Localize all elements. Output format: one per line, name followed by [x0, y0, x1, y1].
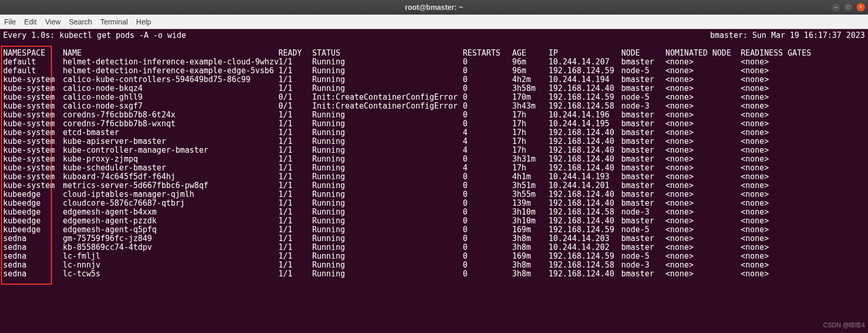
cell-gates: <none>: [741, 217, 824, 225]
cell-restarts: 0: [463, 261, 512, 270]
watermark: CSDN @嘻嘻4: [823, 321, 865, 330]
cell-status: Running: [312, 270, 463, 278]
cell-nominated: <none>: [665, 252, 741, 261]
cell-namespace: kubeedge: [3, 190, 63, 199]
cell-ip: 192.168.124.40: [549, 146, 621, 155]
cell-name: cloudcore-5876c76687-qtbrj: [63, 199, 278, 208]
table-row: defaulthelmet-detection-inference-exampl…: [3, 58, 865, 66]
cell-ip: 10.244.14.203: [549, 234, 621, 243]
cell-nominated: <none>: [665, 84, 741, 93]
cell-ip: 192.168.124.40: [549, 84, 621, 93]
menu-help[interactable]: Help: [136, 18, 151, 26]
cell-namespace: kube-system: [3, 102, 63, 111]
cell-node: node-5: [621, 252, 665, 261]
cell-age: 17h: [512, 119, 549, 128]
cell-namespace: kubeedge: [3, 217, 63, 225]
cell-node: bmaster: [621, 181, 665, 190]
cell-age: 4h2m: [512, 75, 549, 84]
cell-name: cloud-iptables-manager-qjmlh: [63, 190, 278, 199]
cell-ip: 10.244.14.202: [549, 243, 621, 252]
table-row: defaulthelmet-detection-inference-exampl…: [3, 66, 865, 75]
cell-age: 169m: [512, 252, 549, 261]
cell-namespace: kube-system: [3, 111, 63, 119]
cell-ip: 192.168.124.59: [549, 225, 621, 234]
cell-ready: 1/1: [278, 199, 312, 208]
cell-restarts: 0: [463, 111, 512, 119]
cell-name: lc-tcw5s: [63, 270, 278, 278]
cell-ip: 10.244.14.195: [549, 119, 621, 128]
table-row: kubeedgecloud-iptables-manager-qjmlh1/1R…: [3, 190, 865, 199]
cell-ready: 1/1: [278, 137, 312, 146]
table-row: sednalc-fmljl1/1Running0169m192.168.124.…: [3, 252, 865, 261]
cell-age: 3h8m: [512, 243, 549, 252]
menu-edit[interactable]: Edit: [24, 18, 37, 26]
cell-namespace: kube-system: [3, 181, 63, 190]
cell-name: calico-node-ghll9: [63, 93, 278, 102]
cell-status: Running: [312, 75, 463, 84]
cell-ready: 1/1: [278, 111, 312, 119]
cell-status: Running: [312, 84, 463, 93]
cell-age: 96m: [512, 58, 549, 66]
cell-namespace: sedna: [3, 270, 63, 278]
cell-name: calico-node-sxgf7: [63, 102, 278, 111]
cell-status: Running: [312, 234, 463, 243]
cell-node: bmaster: [621, 84, 665, 93]
cell-ip: 192.168.124.40: [549, 155, 621, 164]
cell-nominated: <none>: [665, 128, 741, 137]
cell-ready: 1/1: [278, 164, 312, 172]
cell-gates: <none>: [741, 243, 824, 252]
cell-namespace: sedna: [3, 252, 63, 261]
close-button[interactable]: ×: [857, 3, 865, 11]
cell-status: Init:CreateContainerConfigError: [312, 102, 463, 111]
cell-name: etcd-bmaster: [63, 128, 278, 137]
menu-view[interactable]: View: [45, 18, 61, 26]
cell-restarts: 0: [463, 208, 512, 217]
cell-ip: 192.168.124.59: [549, 66, 621, 75]
menu-terminal[interactable]: Terminal: [100, 18, 128, 26]
cell-node: bmaster: [621, 172, 665, 181]
cell-restarts: 0: [463, 243, 512, 252]
cell-ip: 192.168.124.40: [549, 217, 621, 225]
cell-age: 3h8m: [512, 234, 549, 243]
table-row: sednagm-75759f96fc-jz8491/1Running03h8m1…: [3, 234, 865, 243]
cell-namespace: sedna: [3, 261, 63, 270]
cell-nominated: <none>: [665, 172, 741, 181]
cell-namespace: kube-system: [3, 146, 63, 155]
table-row: sednakb-855869cc74-4tdpv1/1Running03h8m1…: [3, 243, 865, 252]
cell-name: kuboard-74c645f5df-f64hj: [63, 172, 278, 181]
cell-name: kube-proxy-zjmpq: [63, 155, 278, 164]
cell-age: 3h43m: [512, 102, 549, 111]
cell-ready: 1/1: [278, 261, 312, 270]
cell-age: 139m: [512, 199, 549, 208]
minimize-button[interactable]: –: [832, 3, 840, 11]
table-row: kube-systemkube-scheduler-bmaster1/1Runn…: [3, 164, 865, 172]
cell-node: bmaster: [621, 199, 665, 208]
cell-namespace: kube-system: [3, 155, 63, 164]
cell-node: node-3: [621, 261, 665, 270]
cell-age: 3h8m: [512, 261, 549, 270]
cell-status: Running: [312, 181, 463, 190]
cell-status: Init:CreateContainerConfigError: [312, 93, 463, 102]
cell-age: 3h10m: [512, 208, 549, 217]
menu-file[interactable]: File: [4, 18, 16, 26]
cell-restarts: 0: [463, 217, 512, 225]
cell-ip: 10.244.14.207: [549, 58, 621, 66]
cell-node: bmaster: [621, 58, 665, 66]
terminal-output[interactable]: Every 1.0s: kubectl get pods -A -o wide …: [0, 29, 868, 333]
table-header: NAMESPACE NAME READY STATUS RESTARTS AGE…: [3, 49, 865, 58]
cell-node: node-5: [621, 225, 665, 234]
cell-namespace: kube-system: [3, 128, 63, 137]
cell-status: Running: [312, 119, 463, 128]
cell-node: bmaster: [621, 119, 665, 128]
cell-restarts: 0: [463, 102, 512, 111]
cell-ip: 10.244.14.193: [549, 172, 621, 181]
cell-ip: 192.168.124.40: [549, 199, 621, 208]
cell-namespace: kubeedge: [3, 208, 63, 217]
table-row: kube-systemcalico-node-bkqz41/1Running03…: [3, 84, 865, 93]
maximize-button[interactable]: □: [844, 3, 852, 11]
blank-line: [3, 40, 865, 49]
watch-header: Every 1.0s: kubectl get pods -A -o wide …: [3, 31, 865, 40]
menu-search[interactable]: Search: [69, 18, 92, 26]
window-title: root@bmaster: ~: [405, 3, 463, 11]
table-row: kubeedgeedgemesh-agent-pzzdk1/1Running03…: [3, 217, 865, 225]
